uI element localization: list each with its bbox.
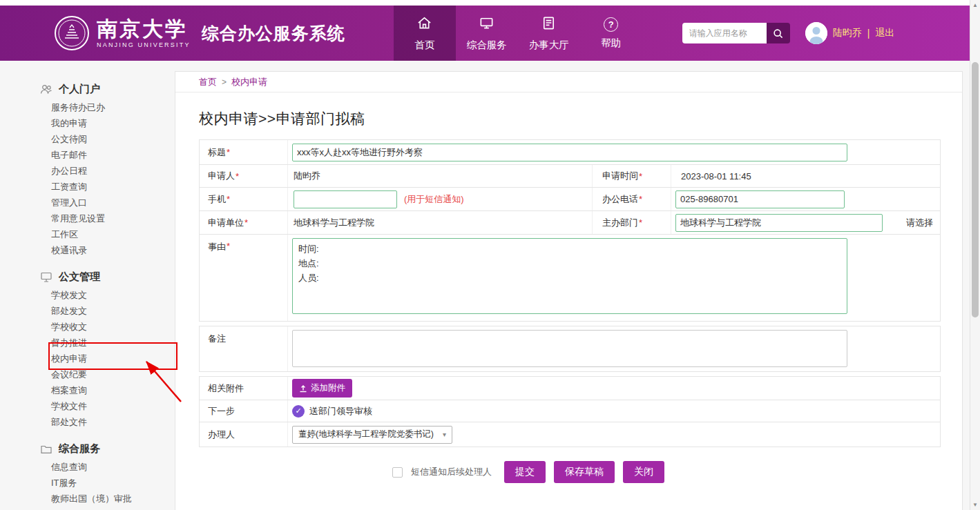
next-step-checked-icon[interactable]: ✓ [292, 405, 305, 418]
university-seal-icon [54, 15, 90, 51]
search-button[interactable] [767, 23, 790, 43]
sidebar-item-dept-dispatch[interactable]: 部处发文 [0, 303, 175, 319]
help-icon: ? [604, 17, 618, 32]
field-label-remark: 备注 [200, 326, 288, 371]
sidebar-item-school-dispatch[interactable]: 学校发文 [0, 287, 175, 303]
sidebar-item-campus-application[interactable]: 校内申请 [0, 351, 175, 366]
sidebar-item-meeting-minutes[interactable]: 会议纪要 [0, 366, 175, 382]
search-box [682, 23, 790, 43]
breadcrumb-current[interactable]: 校内申请 [231, 76, 267, 88]
university-name: 南京大学 [97, 19, 191, 39]
apply-time-value: 2023-08-01 11:45 [671, 165, 940, 187]
title-input[interactable] [292, 144, 847, 161]
chevron-down-icon: ▾ [443, 431, 446, 438]
monitor-icon [479, 15, 494, 34]
form-block-remark: 备注 [199, 326, 941, 372]
main-panel: 首页 > 校内申请 校内申请>>申请部门拟稿 标题* [175, 71, 963, 510]
sidebar-item-docs-to-read[interactable]: 公文待阅 [0, 131, 175, 147]
submit-button[interactable]: 提交 [504, 461, 546, 483]
top-header: 南京大学 NANJING UNIVERSITY 综合办公服务系统 首页 [0, 6, 970, 61]
nav-item-services[interactable]: 综合服务 [456, 6, 518, 61]
field-label-reason: 事由* [200, 235, 288, 321]
sidebar-item-supervision[interactable]: 督办推进 [0, 335, 175, 351]
sidebar-item-info-search[interactable]: 信息查询 [0, 459, 175, 475]
mobile-input[interactable] [294, 190, 397, 208]
form-row-handler: 办理人 董婷(地球科学与工程学院党委书记) ▾ [200, 422, 940, 447]
breadcrumb-separator: > [222, 77, 227, 87]
scroll-down-icon[interactable]: ▼ [970, 502, 980, 508]
sidebar-item-admin-entry[interactable]: 管理入口 [0, 195, 175, 210]
sms-notify-checkbox[interactable] [392, 467, 403, 478]
user-area: 陆昀乔 | 退出 [805, 22, 895, 44]
save-draft-button[interactable]: 保存草稿 [554, 461, 615, 483]
sidebar-item-teacher-abroad[interactable]: 教师出国（境）审批 [0, 491, 175, 507]
sidebar-item-school-receive[interactable]: 学校收文 [0, 319, 175, 335]
sidebar: 个人门户 服务待办已办 我的申请 公文待阅 电子邮件 办公日程 工资查询 管理入… [0, 61, 175, 510]
sidebar-item-school-files[interactable]: 学校文件 [0, 398, 175, 414]
remark-textarea[interactable] [292, 330, 847, 367]
sidebar-item-student-abroad[interactable]: 学生出国（境）审批 [0, 507, 175, 510]
person-icon [805, 22, 827, 44]
field-label-title: 标题* [200, 140, 288, 164]
next-step-option-label: 送部门领导审核 [309, 405, 372, 418]
reason-textarea[interactable]: 时间: 地点: 人员: [292, 238, 847, 314]
scrollbar[interactable]: ▲ ▼ [970, 0, 980, 510]
field-label-mobile: 手机* [200, 188, 288, 210]
sidebar-item-dept-files[interactable]: 部处文件 [0, 414, 175, 430]
sidebar-item-it-service[interactable]: IT服务 [0, 475, 175, 491]
sidebar-item-archive-search[interactable]: 档案查询 [0, 382, 175, 398]
breadcrumb-home[interactable]: 首页 [199, 76, 217, 88]
nav-item-help[interactable]: ? 帮助 [580, 6, 642, 61]
host-dept-input[interactable] [675, 214, 883, 232]
logout-link[interactable]: 退出 [875, 27, 894, 39]
form-row-title: 标题* [200, 140, 940, 165]
mobile-sms-hint: (用于短信通知) [404, 193, 464, 206]
sidebar-item-schedule[interactable]: 办公日程 [0, 163, 175, 179]
brand: 南京大学 NANJING UNIVERSITY 综合办公服务系统 [54, 15, 345, 51]
field-label-attachment: 相关附件 [200, 377, 288, 400]
form-block-main: 标题* 申请人* 陆昀乔 申请时间* [199, 139, 941, 322]
sidebar-section-title: 综合服务 [0, 438, 175, 459]
host-dept-choose-link[interactable]: 请选择 [906, 217, 933, 229]
nav-label: 首页 [414, 39, 434, 52]
sidebar-item-opinion-settings[interactable]: 常用意见设置 [0, 210, 175, 226]
sidebar-item-todo[interactable]: 服务待办已办 [0, 99, 175, 115]
form-block-actions: 相关附件 添加附件 下一 [199, 376, 941, 447]
nav-label: 办事大厅 [529, 39, 569, 52]
handler-select-value: 董婷(地球科学与工程学院党委书记) [298, 429, 434, 440]
office-phone-input[interactable] [675, 190, 845, 208]
folder-icon [40, 443, 52, 455]
main-nav: 首页 综合服务 办事大厅 ? 帮助 [394, 6, 642, 61]
sidebar-section-services: 综合服务 信息查询 IT服务 教师出国（境）审批 学生出国（境）审批 [0, 438, 175, 510]
content-area: 个人门户 服务待办已办 我的申请 公文待阅 电子邮件 办公日程 工资查询 管理入… [0, 61, 970, 510]
nav-label: 帮助 [601, 37, 621, 50]
scrollbar-thumb[interactable] [972, 62, 979, 317]
avatar[interactable] [805, 22, 827, 44]
sms-notify-label: 短信通知后续处理人 [411, 466, 492, 478]
nav-item-service-hall[interactable]: 办事大厅 [518, 6, 580, 61]
scroll-up-icon[interactable]: ▲ [970, 2, 980, 8]
search-input[interactable] [682, 23, 767, 43]
university-name-en: NANJING UNIVERSITY [97, 41, 191, 48]
home-icon [416, 15, 432, 34]
user-separator: | [867, 28, 870, 39]
form-footer: 短信通知后续处理人 提交 保存草稿 关闭 [157, 461, 899, 483]
field-label-office-phone: 办公电话* [592, 188, 671, 210]
field-label-handler: 办理人 [200, 422, 288, 447]
field-label-next-step: 下一步 [200, 400, 288, 422]
field-label-applicant: 申请人* [200, 165, 288, 187]
sidebar-item-directory[interactable]: 校通讯录 [0, 242, 175, 258]
sidebar-item-email[interactable]: 电子邮件 [0, 147, 175, 163]
handler-select[interactable]: 董婷(地球科学与工程学院党委书记) ▾ [292, 426, 452, 444]
nav-item-home[interactable]: 首页 [394, 6, 456, 61]
sidebar-item-my-applications[interactable]: 我的申请 [0, 115, 175, 131]
sidebar-item-workspace[interactable]: 工作区 [0, 226, 175, 242]
add-attachment-button[interactable]: 添加附件 [292, 379, 352, 398]
sidebar-item-salary[interactable]: 工资查询 [0, 179, 175, 195]
close-button[interactable]: 关闭 [623, 461, 664, 483]
username: 陆昀乔 [833, 27, 862, 39]
applicant-value: 陆昀乔 [288, 165, 592, 187]
field-label-apply-unit: 申请单位* [200, 211, 288, 234]
form-row-next-step: 下一步 ✓ 送部门领导审核 [200, 400, 940, 422]
upload-icon [299, 384, 307, 393]
